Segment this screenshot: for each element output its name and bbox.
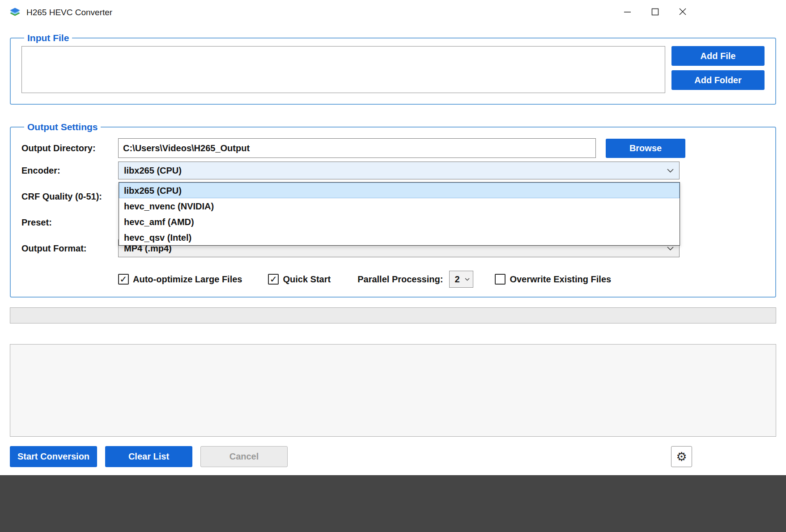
action-bar: Start Conversion Clear List Cancel ⚙ (0, 446, 786, 467)
start-conversion-button[interactable]: Start Conversion (10, 446, 97, 467)
parallel-processing-label: Parallel Processing: (357, 274, 443, 285)
parallel-processing-value: 2 (455, 274, 459, 285)
minimize-icon (624, 8, 631, 17)
chevron-down-icon (667, 247, 674, 251)
chevron-down-icon (465, 278, 470, 281)
parallel-processing-combobox[interactable]: 2 (449, 271, 473, 288)
preset-label: Preset: (21, 217, 118, 228)
gear-icon: ⚙ (676, 451, 687, 463)
encoder-option-libx265[interactable]: libx265 (CPU) (119, 183, 680, 198)
output-directory-label: Output Directory: (21, 143, 118, 153)
window-controls (613, 0, 697, 25)
overwrite-existing-checkbox[interactable] (495, 274, 506, 285)
clear-list-button[interactable]: Clear List (105, 446, 192, 467)
encoder-option-hevc-amf[interactable]: hevc_amf (AMD) (119, 214, 680, 230)
quick-start-checkbox[interactable] (268, 274, 279, 285)
settings-button[interactable]: ⚙ (671, 446, 692, 467)
maximize-button[interactable] (641, 0, 669, 25)
auto-optimize-label: Auto-optimize Large Files (133, 274, 242, 285)
app-icon (9, 6, 21, 18)
encoder-dropdown-list: libx265 (CPU) hevc_nvenc (NVIDIA) hevc_a… (119, 182, 680, 246)
progress-bar (10, 307, 776, 323)
chevron-down-icon (667, 169, 674, 173)
app-window: H265 HEVC Converter Input File (0, 0, 786, 475)
close-icon (679, 8, 687, 17)
conversion-options-row: Auto-optimize Large Files Quick Start Pa… (118, 271, 765, 288)
output-directory-input[interactable] (118, 138, 596, 158)
encoder-label: Encoder: (21, 166, 118, 176)
add-file-button[interactable]: Add File (671, 46, 765, 66)
titlebar: H265 HEVC Converter (0, 0, 786, 25)
quick-start-label: Quick Start (283, 274, 331, 285)
input-file-buttons: Add File Add Folder (671, 46, 765, 90)
overwrite-existing-label: Overwrite Existing Files (510, 274, 611, 285)
input-file-group: Input File Add File Add Folder (10, 33, 776, 105)
encoder-combobox-value: libx265 (CPU) (124, 166, 182, 176)
encoder-option-hevc-qsv[interactable]: hevc_qsv (Intel) (119, 230, 680, 245)
input-file-group-label: Input File (24, 33, 72, 43)
close-button[interactable] (669, 0, 697, 25)
conversion-log[interactable] (10, 344, 776, 437)
window-title: H265 HEVC Converter (26, 8, 112, 17)
output-settings-group-label: Output Settings (24, 122, 101, 132)
encoder-option-hevc-nvenc[interactable]: hevc_nvenc (NVIDIA) (119, 198, 680, 214)
crf-quality-label: CRF Quality (0-51): (21, 192, 118, 202)
browse-button[interactable]: Browse (606, 139, 685, 158)
file-list[interactable] (21, 46, 665, 93)
minimize-button[interactable] (613, 0, 641, 25)
output-settings-group: Output Settings Output Directory: Browse… (10, 122, 776, 298)
encoder-combobox[interactable]: libx265 (CPU) (118, 162, 680, 179)
cancel-button[interactable]: Cancel (200, 446, 288, 467)
auto-optimize-checkbox[interactable] (118, 274, 129, 285)
desktop-background (0, 475, 786, 532)
maximize-icon (651, 8, 659, 17)
add-folder-button[interactable]: Add Folder (671, 70, 765, 90)
output-format-label: Output Format: (21, 243, 118, 254)
